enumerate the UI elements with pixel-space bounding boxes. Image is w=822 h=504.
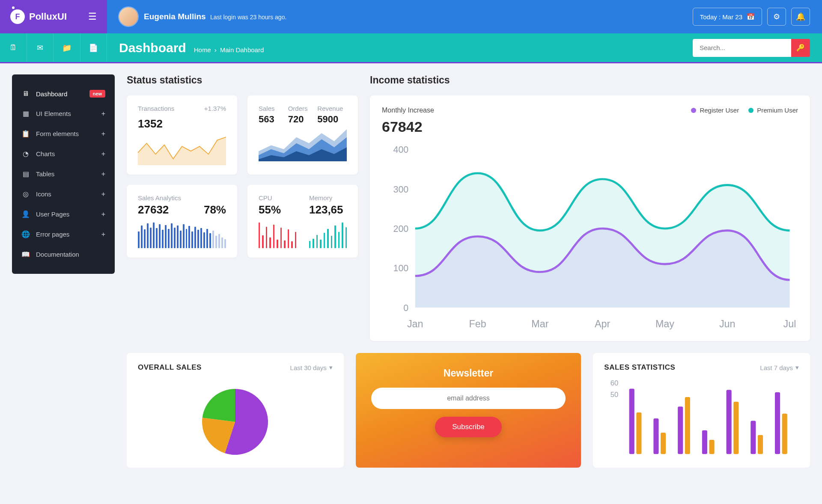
page-header: Dashboard Home › Main Dahboard 🔑 — [107, 33, 822, 62]
salesstat-title: SALES STATISTICS — [604, 363, 675, 372]
memory-label: Memory — [309, 194, 347, 202]
today-label: Today : Mar 23 — [700, 13, 742, 21]
dot-icon — [748, 108, 754, 113]
orders-value: 720 — [288, 114, 318, 125]
income-chart: 0100200300400JanFebMarAprMayJunJul — [382, 141, 798, 332]
memory-chart — [309, 222, 347, 248]
quick-icon-strip: 🗓 ✉ 📁 📄 — [0, 33, 107, 62]
salesstat-chart: 5060 — [604, 379, 799, 457]
logo-icon: F — [10, 9, 25, 24]
calendar-icon: 📅 — [747, 13, 755, 21]
cpu-chart — [259, 222, 296, 248]
gear-icon: ⚙ — [773, 12, 780, 21]
quick-document-icon[interactable]: 📄 — [80, 33, 107, 62]
svg-text:Feb: Feb — [469, 318, 486, 329]
sidebar-item-tables[interactable]: ▤Tables+ — [12, 164, 115, 184]
svg-text:Jun: Jun — [719, 318, 736, 329]
quick-folder-icon[interactable]: 📁 — [54, 33, 80, 62]
newsletter-email-input[interactable] — [371, 388, 566, 409]
sor-chart — [259, 129, 347, 161]
card-transactions: Transactions +1.37% 1352 — [127, 95, 237, 175]
brand[interactable]: F PolluxUI — [10, 9, 67, 24]
sidebar-item-documentation[interactable]: 📖Documentation — [12, 244, 115, 264]
sidebar-item-label: Form elements — [36, 130, 79, 137]
plus-icon: + — [101, 130, 105, 138]
transactions-label: Transactions — [138, 105, 174, 112]
overall-range-label: Last 30 days — [290, 364, 327, 371]
overall-title: OVERALL SALES — [138, 363, 202, 372]
transactions-pct: +1.37% — [204, 105, 226, 112]
crumb-home[interactable]: Home — [194, 46, 211, 53]
svg-rect-16 — [654, 418, 659, 454]
overall-pie-chart — [188, 379, 282, 455]
sidebar-item-label: UI Elements — [36, 110, 71, 117]
quick-mail-icon[interactable]: ✉ — [27, 33, 54, 62]
analytics-label: Sales Analytics — [138, 194, 226, 202]
overall-range-select[interactable]: Last 30 days▾ — [290, 364, 333, 371]
svg-rect-24 — [751, 421, 756, 454]
bell-icon: 🔔 — [796, 12, 805, 21]
notifications-button[interactable]: 🔔 — [791, 8, 810, 26]
sidebar-item-label: Tables — [36, 170, 54, 178]
search-button[interactable]: 🔑 — [791, 39, 810, 57]
sidebar-item-charts[interactable]: ◔Charts+ — [12, 144, 115, 164]
sidebar-item-ui-elements[interactable]: ▦UI Elements+ — [12, 104, 115, 124]
svg-text:Jul: Jul — [783, 318, 796, 329]
sidebar-item-dashboard[interactable]: 🖥Dashboardnew — [12, 84, 115, 104]
sidebar-item-error-pages[interactable]: 🌐Error pages+ — [12, 224, 115, 244]
sidebar-item-form-elements[interactable]: 📋Form elements+ — [12, 124, 115, 144]
cpu-label: CPU — [259, 194, 296, 202]
card-system: CPU 55% Memory 123,65 — [247, 185, 358, 258]
page-title: Dashboard — [119, 41, 186, 55]
quick-calendar-icon[interactable]: 🗓 — [0, 33, 27, 62]
book-icon: 📖 — [21, 250, 30, 258]
svg-text:50: 50 — [611, 391, 619, 399]
legend-register: Register User — [700, 107, 739, 114]
brand-bar: F PolluxUI ☰ — [0, 0, 107, 33]
income-label: Monthly Increase — [382, 107, 434, 114]
svg-rect-21 — [709, 440, 715, 454]
svg-text:400: 400 — [393, 145, 409, 155]
card-overall-sales: OVERALL SALES Last 30 days▾ — [127, 353, 344, 468]
svg-rect-19 — [685, 397, 690, 454]
sidebar-item-label: Error pages — [36, 231, 69, 238]
revenue-value: 5900 — [317, 114, 347, 125]
search-input[interactable] — [693, 39, 791, 57]
cpu-value: 55% — [259, 203, 296, 216]
settings-button[interactable]: ⚙ — [767, 8, 786, 26]
menu-toggle-icon[interactable]: ☰ — [88, 11, 97, 22]
income-value: 67842 — [382, 119, 798, 135]
svg-rect-23 — [734, 402, 739, 454]
user-block[interactable]: Eugenia Mullins Last login was 23 hours … — [119, 7, 286, 26]
svg-text:100: 100 — [393, 263, 409, 273]
newsletter-title: Newsletter — [371, 368, 566, 379]
plus-icon: + — [101, 190, 105, 198]
sidebar-item-label: Charts — [36, 150, 55, 157]
svg-text:0: 0 — [403, 303, 408, 313]
today-button[interactable]: Today : Mar 23 📅 — [693, 8, 762, 26]
salesstat-range-select[interactable]: Last 7 days▾ — [760, 364, 799, 371]
pie-icon: ◔ — [21, 150, 30, 158]
sales-value: 563 — [259, 114, 288, 125]
caret-down-icon: ▾ — [795, 364, 799, 371]
card-newsletter: Newsletter Subscribe — [356, 353, 581, 468]
sidebar-item-icons[interactable]: ◎Icons+ — [12, 184, 115, 204]
user-name: Eugenia Mullins — [144, 12, 206, 21]
svg-text:May: May — [655, 318, 674, 329]
svg-text:300: 300 — [393, 184, 409, 195]
analytics-pct: 78% — [204, 203, 226, 216]
subscribe-button[interactable]: Subscribe — [435, 417, 502, 437]
sidebar-item-label: User Pages — [36, 210, 69, 218]
new-badge: new — [89, 90, 105, 98]
chevron-right-icon: › — [214, 46, 217, 53]
target-icon: ◎ — [21, 190, 30, 198]
globe-icon: 🌐 — [21, 230, 30, 238]
sidebar-item-user-pages[interactable]: 👤User Pages+ — [12, 204, 115, 224]
search-icon: 🔑 — [796, 44, 805, 51]
income-legend: Register User Premium User — [691, 107, 798, 114]
revenue-label: Revenue — [317, 105, 347, 112]
breadcrumb: Home › Main Dahboard — [194, 46, 264, 53]
transactions-value: 1352 — [138, 117, 226, 130]
svg-rect-20 — [702, 430, 707, 454]
sidebar: 🖥Dashboardnew ▦UI Elements+ 📋Form elemen… — [12, 74, 115, 274]
